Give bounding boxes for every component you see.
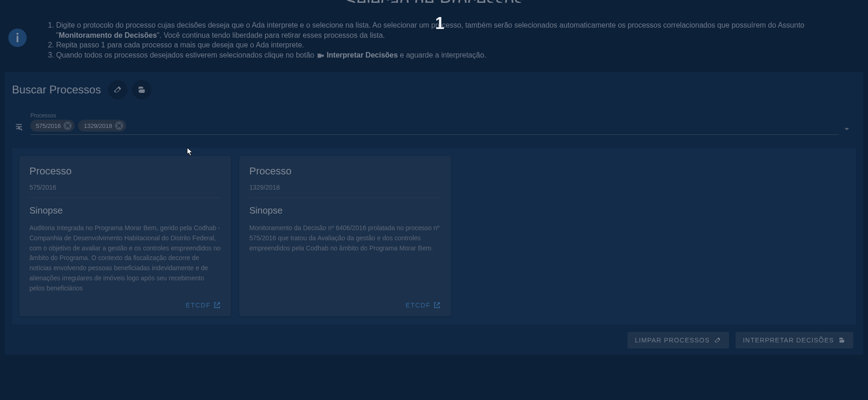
search-field-row: Processos 575/2016 1329/2018	[12, 108, 856, 137]
card-divider	[249, 197, 441, 198]
external-link-icon	[433, 301, 441, 309]
etcdf-link-label: ETCDF	[406, 301, 431, 309]
close-icon	[117, 123, 121, 128]
processos-field[interactable]: Processos 575/2016 1329/2018	[30, 112, 839, 135]
eraser-icon	[113, 85, 122, 94]
etcdf-link-label: ETCDF	[186, 301, 211, 309]
overlay-step-number: 1	[435, 14, 444, 33]
card-synopsis-label: Sinopse	[249, 205, 441, 216]
etcdf-link[interactable]: ETCDF	[406, 301, 441, 309]
chip-remove-button[interactable]	[63, 122, 72, 130]
chevron-down-icon	[844, 128, 850, 131]
chip-remove-button[interactable]	[115, 122, 123, 130]
card-header: Processo	[249, 165, 441, 177]
footer-actions: LIMPAR PROCESSOS INTERPRETAR DECISÕES	[12, 332, 856, 348]
interpret-icon	[838, 336, 846, 344]
instruction-step: Digite o protocolo do processo cujas dec…	[56, 20, 860, 40]
card-synopsis-text: Monitoramento da Decisão nº 6406/2016 pr…	[249, 223, 441, 293]
card-process-number: 575/2016	[29, 184, 221, 191]
instructions-list: Digite o protocolo do processo cujas dec…	[38, 20, 860, 60]
info-icon	[8, 29, 27, 47]
dropdown-toggle[interactable]	[844, 128, 852, 135]
button-label: INTERPRETAR DECISÕES	[743, 336, 834, 344]
instruction-step: Repita passo 1 para cada processo a mais…	[56, 40, 860, 50]
close-icon	[65, 123, 70, 128]
etcdf-link[interactable]: ETCDF	[186, 301, 221, 309]
clear-processes-button[interactable]: LIMPAR PROCESSOS	[627, 332, 729, 348]
chip-label: 1329/2018	[84, 122, 112, 129]
card-divider	[29, 197, 221, 198]
interpret-icon	[316, 52, 325, 59]
interpret-icon-button[interactable]	[132, 80, 151, 99]
card-synopsis-text: Auditoria Integrada no Programa Morar Be…	[29, 223, 221, 293]
chip-label: 575/2016	[36, 122, 61, 129]
instruction-step: Quando todos os processos desejados esti…	[56, 50, 860, 60]
search-list-icon	[14, 122, 25, 135]
card-header: Processo	[29, 165, 221, 177]
process-card: Processo 1329/2018 Sinopse Monitoramento…	[239, 156, 451, 316]
cards-area: Processo 575/2016 Sinopse Auditoria Inte…	[12, 148, 856, 325]
eraser-icon	[713, 336, 722, 344]
svg-point-0	[17, 33, 18, 35]
interpret-decisions-button[interactable]: INTERPRETAR DECISÕES	[736, 332, 853, 348]
interpret-icon	[137, 85, 146, 94]
panel-title: Buscar Processos	[12, 83, 101, 96]
button-label: LIMPAR PROCESSOS	[635, 336, 710, 344]
instructions-row: Digite o protocolo do processo cujas dec…	[0, 3, 868, 65]
card-process-number: 1329/2018	[249, 184, 441, 191]
chip-row: 575/2016 1329/2018	[30, 120, 839, 132]
process-chip[interactable]: 575/2016	[30, 120, 75, 132]
process-card: Processo 575/2016 Sinopse Auditoria Inte…	[19, 156, 231, 316]
svg-rect-1	[17, 36, 18, 42]
search-panel: Buscar Processos Processos 575/2016 1329…	[5, 72, 863, 355]
process-chip[interactable]: 1329/2018	[78, 120, 126, 132]
external-link-icon	[213, 301, 221, 309]
clear-icon-button[interactable]	[108, 80, 127, 99]
panel-header: Buscar Processos	[12, 80, 856, 108]
field-label: Processos	[30, 112, 839, 119]
card-synopsis-label: Sinopse	[29, 205, 221, 216]
